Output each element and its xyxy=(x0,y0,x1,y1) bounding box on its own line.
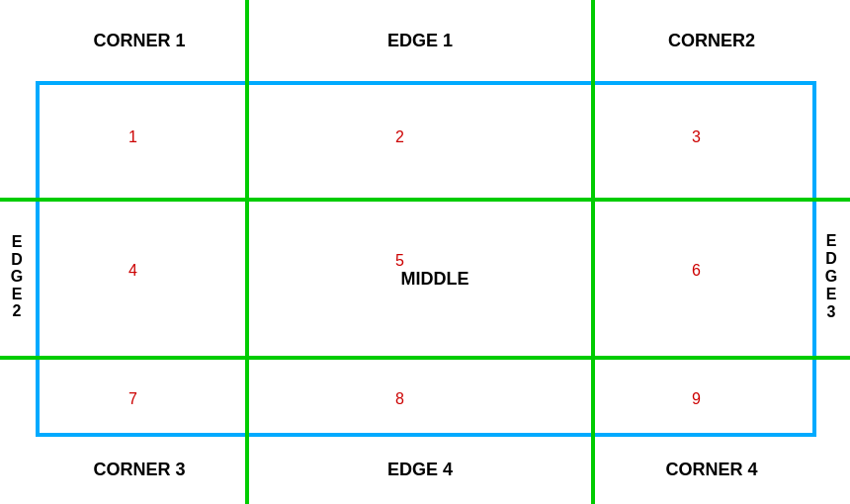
corner4-label: CORNER 4 xyxy=(593,435,830,504)
edge1-label: EDGE 1 xyxy=(247,0,593,81)
cell-7: 7 xyxy=(128,390,137,408)
cell-8: 8 xyxy=(395,390,404,408)
green-vline-right xyxy=(591,0,595,504)
green-vline-left xyxy=(245,0,249,504)
corner1-label: CORNER 1 xyxy=(32,0,247,81)
corner3-label: CORNER 3 xyxy=(32,435,247,504)
cell-9: 9 xyxy=(692,390,701,408)
edge3-text: E D G E 3 xyxy=(825,232,839,321)
green-hline-bottom xyxy=(0,356,850,360)
cell-4: 4 xyxy=(128,262,137,280)
cell-1: 1 xyxy=(128,128,137,146)
green-hline-top xyxy=(0,198,850,202)
middle-label: MIDDLE xyxy=(287,269,583,290)
cell-6: 6 xyxy=(692,262,701,280)
edge2-text: E D G E 2 xyxy=(11,233,25,320)
edge2-label: E D G E 2 xyxy=(0,198,36,356)
cell-2: 2 xyxy=(395,128,404,146)
edge3-label: E D G E 3 xyxy=(814,198,850,356)
main-container: CORNER 1 EDGE 1 CORNER2 E D G E 2 E D G … xyxy=(0,0,850,504)
edge4-label: EDGE 4 xyxy=(247,435,593,504)
cell-5: 5 xyxy=(395,252,404,270)
corner2-label: CORNER2 xyxy=(593,0,830,81)
cell-3: 3 xyxy=(692,128,701,146)
